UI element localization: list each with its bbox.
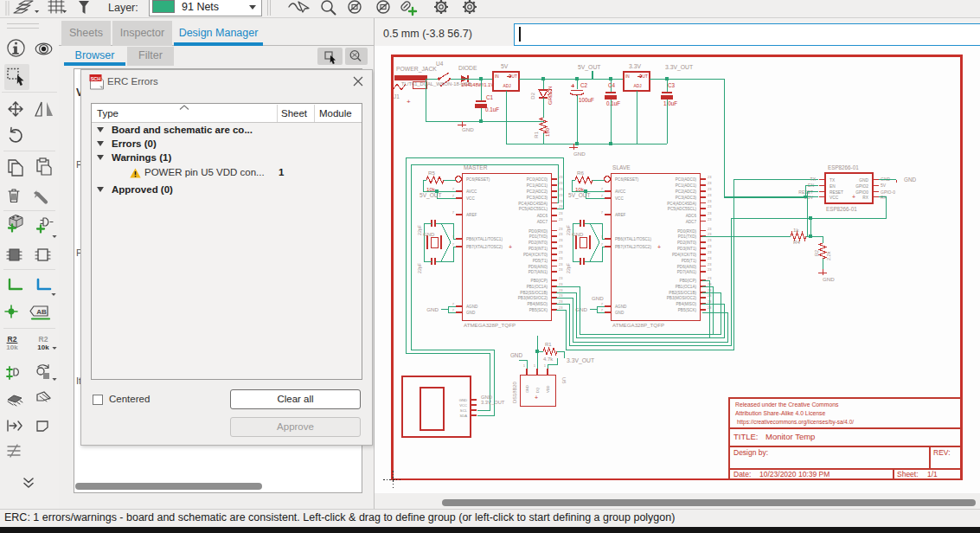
- svg-text:GND: GND: [615, 311, 625, 315]
- svg-text:EN: EN: [829, 184, 836, 189]
- svg-text:SCL: SCL: [460, 408, 468, 413]
- svg-text:23: 23: [708, 227, 712, 231]
- svg-text:https://creativecommons.org/li: https://creativecommons.org/licenses/by-…: [737, 419, 854, 426]
- svg-text:1: 1: [534, 363, 536, 368]
- svg-text:GPIO0: GPIO0: [855, 190, 868, 195]
- svg-text:23: 23: [559, 193, 563, 197]
- svg-text:22pF: 22pF: [417, 263, 422, 273]
- svg-text:PB3(MOSI/OC2): PB3(MOSI/OC2): [667, 296, 697, 300]
- svg-text:PD5(T1): PD5(T1): [533, 259, 548, 263]
- svg-text:ADC7: ADC7: [537, 220, 548, 224]
- svg-text:C2: C2: [580, 82, 588, 88]
- svg-text:AB: AB: [36, 308, 47, 316]
- svg-text:IN: IN: [625, 74, 630, 79]
- svg-text:23: 23: [559, 256, 563, 260]
- svg-text:22pF: 22pF: [566, 263, 571, 273]
- svg-text:PB2(SS/OC1B): PB2(SS/OC1B): [669, 291, 696, 295]
- svg-text:DIODE: DIODE: [458, 65, 477, 71]
- svg-text:PB7(XTAL2/TOSC2): PB7(XTAL2/TOSC2): [615, 245, 651, 249]
- svg-text:PD3(INT1): PD3(INT1): [528, 247, 548, 251]
- svg-text:GND: GND: [823, 276, 835, 282]
- svg-text:23: 23: [708, 262, 712, 266]
- svg-text:Monitor Temp: Monitor Temp: [765, 432, 815, 441]
- svg-text:23: 23: [708, 288, 712, 292]
- svg-text:10k: 10k: [37, 344, 49, 351]
- svg-text:GPIO-0: GPIO-0: [881, 189, 895, 195]
- svg-text:PB5(SCK): PB5(SCK): [678, 308, 697, 312]
- svg-text:22pF: 22pF: [417, 225, 422, 235]
- svg-text:1: 1: [544, 363, 547, 368]
- svg-text:MASTER: MASTER: [464, 164, 488, 170]
- svg-text:23: 23: [708, 276, 712, 280]
- svg-text:PC1(ADC1): PC1(ADC1): [676, 183, 697, 188]
- svg-text:23: 23: [708, 238, 712, 242]
- svg-text:REV:: REV:: [933, 448, 951, 457]
- svg-text:7: 7: [452, 242, 455, 247]
- svg-text:1k: 1k: [793, 227, 799, 233]
- svg-text:23: 23: [559, 232, 563, 236]
- svg-text:POWER_JACK: POWER_JACK: [396, 66, 437, 73]
- svg-text:ADJ: ADJ: [633, 84, 642, 88]
- svg-text:RX: RX: [862, 196, 868, 200]
- svg-text:4.7k: 4.7k: [543, 356, 554, 362]
- svg-text:+: +: [657, 244, 661, 250]
- svg-text:ADC7: ADC7: [686, 220, 697, 224]
- svg-text:23: 23: [559, 211, 563, 215]
- svg-text:7: 7: [452, 210, 455, 215]
- svg-text:PB4(MISO): PB4(MISO): [676, 302, 697, 306]
- svg-text:PD7(AIN1): PD7(AIN1): [677, 270, 697, 274]
- svg-text:R1: R1: [545, 342, 552, 347]
- svg-text:23: 23: [559, 181, 563, 185]
- svg-text:23: 23: [708, 204, 712, 209]
- svg-text:GND: GND: [423, 232, 435, 237]
- svg-text:C3: C3: [668, 82, 676, 88]
- svg-text:7: 7: [452, 302, 455, 306]
- svg-text:SCH: SCH: [91, 76, 101, 81]
- svg-text:PC4(ADC4SDA): PC4(ADC4SDA): [518, 202, 548, 206]
- svg-text:Date:: Date:: [733, 470, 751, 478]
- svg-text:PB5(SCK): PB5(SCK): [529, 308, 548, 312]
- svg-text:ADC6: ADC6: [537, 214, 548, 218]
- svg-text:R6: R6: [577, 170, 584, 176]
- svg-text:23: 23: [559, 267, 563, 272]
- svg-text:23: 23: [708, 293, 712, 298]
- svg-text:PD0(RXD): PD0(RXD): [677, 229, 696, 234]
- svg-text:GND: GND: [426, 306, 439, 312]
- svg-text:TX: TX: [829, 178, 836, 183]
- svg-text:ADJ: ADJ: [503, 84, 511, 88]
- svg-text:2.2k: 2.2k: [826, 251, 831, 260]
- svg-text:VCC: VCC: [459, 403, 467, 408]
- svg-text:1.0uF: 1.0uF: [663, 100, 677, 106]
- svg-text:23: 23: [708, 256, 712, 260]
- svg-text:23: 23: [559, 293, 563, 298]
- svg-text:+: +: [852, 194, 855, 200]
- svg-text:23: 23: [559, 199, 563, 203]
- svg-text:PC2(ADC2): PC2(ADC2): [527, 189, 548, 194]
- svg-text:PC6(RESET): PC6(RESET): [615, 177, 639, 182]
- svg-text:PD7(AIN1): PD7(AIN1): [528, 270, 548, 274]
- svg-text:ATMEGA328P_TQFP: ATMEGA328P_TQFP: [612, 322, 664, 328]
- svg-text:7: 7: [601, 210, 604, 215]
- svg-text:C1: C1: [486, 94, 494, 100]
- svg-text:23: 23: [559, 187, 563, 191]
- svg-text:PC1(ADC1): PC1(ADC1): [527, 183, 548, 188]
- svg-text:7: 7: [601, 308, 604, 312]
- svg-text:PC3(ADC3): PC3(ADC3): [527, 196, 548, 200]
- svg-text:22pF: 22pF: [566, 225, 571, 235]
- svg-text:23: 23: [708, 232, 712, 236]
- svg-text:23: 23: [559, 282, 563, 286]
- svg-text:0.1uF: 0.1uF: [485, 106, 499, 112]
- svg-text:GND: GND: [525, 385, 529, 393]
- svg-text:Sheet:: Sheet:: [897, 470, 919, 478]
- svg-text:PD5(T1): PD5(T1): [682, 259, 697, 263]
- svg-text:3.3V_OUT: 3.3V_OUT: [665, 64, 693, 71]
- svg-text:TITLE:: TITLE:: [733, 432, 759, 441]
- svg-text:PC6(RESET): PC6(RESET): [466, 177, 490, 182]
- svg-text:PB7(XTAL2/TOSC2): PB7(XTAL2/TOSC2): [466, 245, 503, 249]
- svg-text:1/1: 1/1: [927, 470, 938, 478]
- svg-text:AVCC: AVCC: [466, 189, 477, 194]
- svg-text:PB0(ICP): PB0(ICP): [680, 279, 697, 283]
- svg-text:GND: GND: [592, 295, 604, 301]
- svg-text:GREEN: GREEN: [548, 87, 553, 105]
- svg-text:PD6(AIN0): PD6(AIN0): [528, 265, 548, 269]
